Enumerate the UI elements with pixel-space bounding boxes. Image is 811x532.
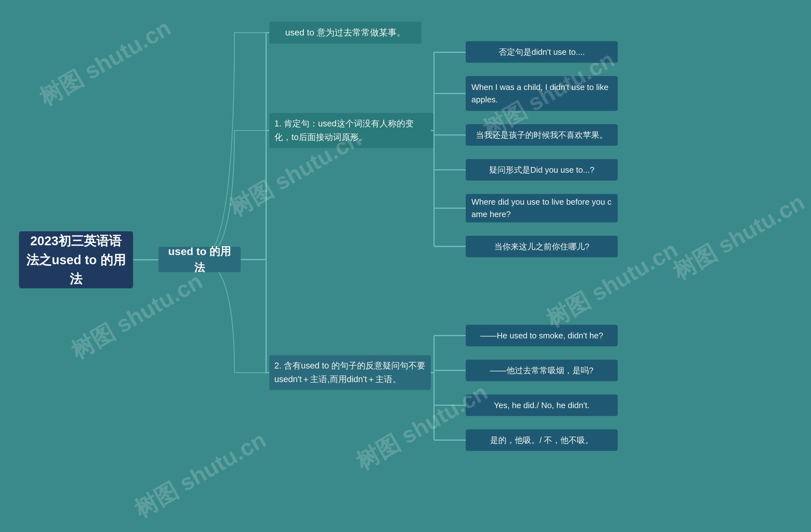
watermark-8: 树图 shutu.cn — [668, 187, 810, 287]
neg-example-label: When I was a child, I didn't use to like… — [471, 81, 612, 106]
tag1-node: ——He used to smoke, didn't he? — [466, 325, 618, 346]
tag3-node: Yes, he did./ No, he didn't. — [466, 395, 618, 416]
meaning-label: used to 意为过去常常做某事。 — [285, 26, 406, 39]
question-cn-label: 当你来这儿之前你住哪儿? — [494, 241, 589, 253]
neg-title-node: 否定句是didn't use to.... — [466, 41, 618, 63]
watermark-7: 树图 shutu.cn — [129, 425, 272, 525]
neg-cn-node: 当我还是孩子的时候我不喜欢苹果。 — [466, 124, 618, 146]
tag2-node: ——他过去常常吸烟，是吗? — [466, 360, 618, 381]
watermark-1: 树图 shutu.cn — [34, 13, 177, 112]
question-cn-node: 当你来这儿之前你住哪儿? — [466, 236, 618, 257]
l1-node: used to 的用法 — [158, 247, 241, 272]
question-example-label: Where did you use to live before you cam… — [471, 196, 612, 221]
root-node: 2023初三英语语法之used to 的用法 — [19, 231, 133, 288]
watermark-4: 树图 shutu.cn — [351, 377, 493, 477]
mindmap-container: 树图 shutu.cn 树图 shutu.cn 树图 shutu.cn 树图 s… — [0, 0, 811, 532]
tag-section-node: 2. 含有used to 的句子的反意疑问句不要usedn't＋主语,而用did… — [269, 355, 431, 390]
l1-label: used to 的用法 — [164, 243, 235, 276]
question-example-node: Where did you use to live before you cam… — [466, 194, 618, 223]
affirmative-label: 1. 肯定句：used这个词没有人称的变化，to后面接动词原形。 — [274, 117, 429, 144]
tag4-label: 是的，他吸。/ 不，他不吸。 — [490, 434, 593, 446]
tag2-label: ——他过去常常吸烟，是吗? — [490, 364, 593, 377]
tag4-node: 是的，他吸。/ 不，他不吸。 — [466, 429, 618, 451]
neg-example-node: When I was a child, I didn't use to like… — [466, 76, 618, 111]
affirmative-node: 1. 肯定句：used这个词没有人称的变化，to后面接动词原形。 — [269, 113, 434, 148]
question-title-node: 疑问形式是Did you use to...? — [466, 159, 618, 181]
question-title-label: 疑问形式是Did you use to...? — [489, 164, 594, 176]
tag1-label: ——He used to smoke, didn't he? — [480, 330, 603, 342]
tag3-label: Yes, he did./ No, he didn't. — [494, 399, 590, 412]
tag-section-label: 2. 含有used to 的句子的反意疑问句不要usedn't＋主语,而用did… — [274, 359, 426, 386]
root-label: 2023初三英语语法之used to 的用法 — [25, 231, 127, 288]
neg-cn-label: 当我还是孩子的时候我不喜欢苹果。 — [476, 129, 608, 141]
meaning-node: used to 意为过去常常做某事。 — [269, 21, 421, 44]
neg-title-label: 否定句是didn't use to.... — [499, 46, 585, 58]
